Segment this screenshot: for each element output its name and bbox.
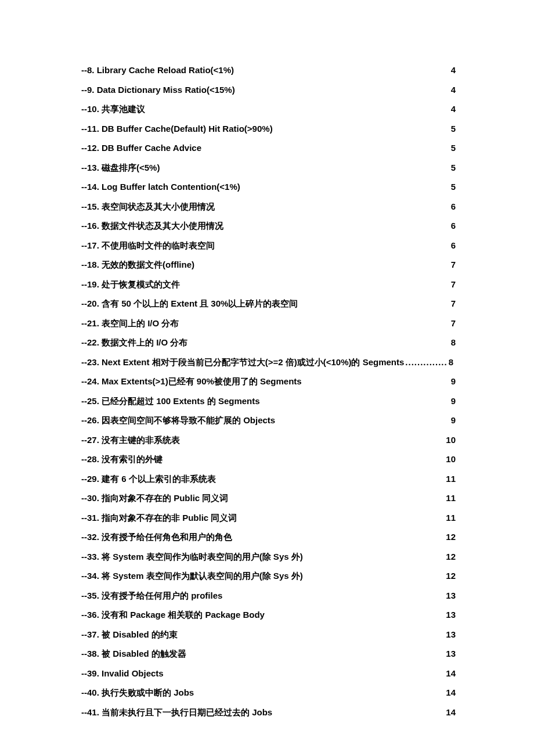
toc-label: --29. 建有 6 个以上索引的非系统表 [81,473,216,485]
toc-entry[interactable]: --24. Max Extents(>1)已经有 90%被使用了的 Segmen… [81,375,456,387]
toc-entry[interactable]: --11. DB Buffer Cache(Default) Hit Ratio… [81,123,456,135]
toc-page-number: 7 [451,278,456,290]
toc-entry[interactable]: --8. Library Cache Reload Ratio(<1%)4 [81,64,456,76]
toc-label: --10. 共享池建议 [81,103,145,115]
toc-page-number: 8 [449,356,453,368]
toc-entry[interactable]: --27. 没有主键的非系统表10 [81,434,456,446]
toc-page-number: 11 [446,512,456,524]
toc-entry[interactable]: --36. 没有和 Package 相关联的 Package Body13 [81,609,456,621]
toc-page-number: 5 [451,123,456,135]
toc-label: --15. 表空间状态及其大小使用情况 [81,200,215,213]
toc-label: --17. 不使用临时文件的临时表空间 [81,239,215,251]
toc-page-number: 7 [451,297,456,309]
toc-entry[interactable]: --23. Next Extent 相对于段当前已分配字节过大(>=2 倍)或过… [81,356,456,368]
toc-entry[interactable]: --28. 没有索引的外键10 [81,453,456,465]
toc-label: --37. 被 Disabled 的约束 [81,628,178,640]
toc-leader [405,356,447,368]
toc-label: --9. Data Dictionary Miss Ratio(<15%) [81,84,235,96]
toc-page-number: 4 [451,103,456,115]
toc-entry[interactable]: --19. 处于恢复模式的文件7 [81,278,456,290]
toc-entry[interactable]: --34. 将 System 表空间作为默认表空间的用户(除 Sys 外)12 [81,570,456,582]
toc-entry[interactable]: --20. 含有 50 个以上的 Extent 且 30%以上碎片的表空间7 [81,297,456,309]
toc-page-number: 9 [451,375,456,387]
toc-entry[interactable]: --32. 没有授予给任何角色和用户的角色12 [81,531,456,543]
toc-page-number: 12 [446,570,456,582]
toc-entry[interactable]: --16. 数据文件状态及其大小使用情况6 [81,219,456,232]
toc-page-number: 6 [451,239,456,251]
toc-page-number: 7 [451,258,456,271]
toc-label: --20. 含有 50 个以上的 Extent 且 30%以上碎片的表空间 [81,297,298,309]
toc-page-number: 12 [446,531,456,543]
toc-entry[interactable]: --37. 被 Disabled 的约束13 [81,628,456,640]
toc-label: --26. 因表空间空间不够将导致不能扩展的 Objects [81,414,275,426]
toc-label: --39. Invalid Objects [81,667,164,679]
table-of-contents: --8. Library Cache Reload Ratio(<1%)4--9… [81,64,456,718]
toc-page-number: 14 [446,706,456,718]
toc-label: --19. 处于恢复模式的文件 [81,278,180,290]
toc-page-number: 6 [451,200,456,213]
toc-entry[interactable]: --25. 已经分配超过 100 Extents 的 Segments9 [81,395,456,407]
toc-entry[interactable]: --33. 将 System 表空间作为临时表空间的用户(除 Sys 外)12 [81,550,456,563]
toc-entry[interactable]: --29. 建有 6 个以上索引的非系统表11 [81,473,456,485]
toc-page-number: 14 [446,667,456,679]
toc-label: --33. 将 System 表空间作为临时表空间的用户(除 Sys 外) [81,550,303,563]
toc-label: --28. 没有索引的外键 [81,453,163,465]
toc-entry[interactable]: --18. 无效的数据文件(offline)7 [81,258,456,271]
toc-page-number: 9 [451,395,456,407]
toc-page-number: 5 [451,181,456,193]
toc-label: --30. 指向对象不存在的 Public 同义词 [81,492,228,504]
toc-label: --22. 数据文件上的 I/O 分布 [81,336,187,348]
toc-label: --18. 无效的数据文件(offline) [81,258,194,271]
toc-label: --12. DB Buffer Cache Advice [81,142,201,154]
toc-page-number: 13 [446,609,456,621]
toc-page-number: 6 [451,219,456,232]
toc-entry[interactable]: --39. Invalid Objects14 [81,667,456,679]
toc-entry[interactable]: --9. Data Dictionary Miss Ratio(<15%)4 [81,84,456,96]
toc-page-number: 9 [451,414,456,426]
toc-entry[interactable]: --26. 因表空间空间不够将导致不能扩展的 Objects9 [81,414,456,426]
toc-page-number: 13 [446,589,456,602]
toc-entry[interactable]: --14. Log Buffer latch Contention(<1%)5 [81,181,456,193]
toc-entry[interactable]: --22. 数据文件上的 I/O 分布8 [81,336,456,348]
toc-entry[interactable]: --17. 不使用临时文件的临时表空间6 [81,239,456,251]
toc-page-number: 5 [451,161,456,174]
toc-page-number: 11 [446,473,456,485]
toc-page-number: 12 [446,550,456,563]
toc-page-number: 13 [446,647,456,660]
toc-label: --31. 指向对象不存在的非 Public 同义词 [81,512,237,524]
toc-page-number: 10 [446,434,456,446]
toc-entry[interactable]: --30. 指向对象不存在的 Public 同义词11 [81,492,456,504]
toc-label: --40. 执行失败或中断的 Jobs [81,686,194,699]
toc-page-number: 14 [446,686,456,699]
toc-entry[interactable]: --10. 共享池建议4 [81,103,456,115]
toc-entry[interactable]: --35. 没有授予给任何用户的 profiles13 [81,589,456,602]
toc-label: --35. 没有授予给任何用户的 profiles [81,589,222,602]
toc-entry[interactable]: --12. DB Buffer Cache Advice5 [81,142,456,154]
toc-entry[interactable]: --38. 被 Disabled 的触发器13 [81,647,456,660]
toc-entry[interactable]: --40. 执行失败或中断的 Jobs14 [81,686,456,699]
toc-label: --13. 磁盘排序(<5%) [81,161,160,174]
toc-label: --25. 已经分配超过 100 Extents 的 Segments [81,395,260,407]
toc-page-number: 7 [451,317,456,329]
toc-label: --32. 没有授予给任何角色和用户的角色 [81,531,232,543]
toc-entry[interactable]: --41. 当前未执行且下一执行日期已经过去的 Jobs14 [81,706,456,718]
toc-label: --24. Max Extents(>1)已经有 90%被使用了的 Segmen… [81,375,302,387]
toc-page-number: 11 [446,492,456,504]
toc-label: --8. Library Cache Reload Ratio(<1%) [81,64,234,76]
toc-page-number: 5 [451,142,456,154]
toc-label: --14. Log Buffer latch Contention(<1%) [81,181,240,193]
toc-page-number: 10 [446,453,456,465]
toc-label: --11. DB Buffer Cache(Default) Hit Ratio… [81,123,273,135]
toc-label: --23. Next Extent 相对于段当前已分配字节过大(>=2 倍)或过… [81,356,404,368]
toc-label: --27. 没有主键的非系统表 [81,434,180,446]
toc-page-number: 13 [446,628,456,640]
toc-entry[interactable]: --15. 表空间状态及其大小使用情况6 [81,200,456,213]
toc-entry[interactable]: --13. 磁盘排序(<5%)5 [81,161,456,174]
toc-label: --16. 数据文件状态及其大小使用情况 [81,219,223,232]
toc-label: --36. 没有和 Package 相关联的 Package Body [81,609,265,621]
toc-label: --21. 表空间上的 I/O 分布 [81,317,179,329]
toc-entry[interactable]: --21. 表空间上的 I/O 分布7 [81,317,456,329]
toc-page-number: 4 [451,84,456,96]
toc-label: --38. 被 Disabled 的触发器 [81,647,186,660]
toc-entry[interactable]: --31. 指向对象不存在的非 Public 同义词11 [81,512,456,524]
